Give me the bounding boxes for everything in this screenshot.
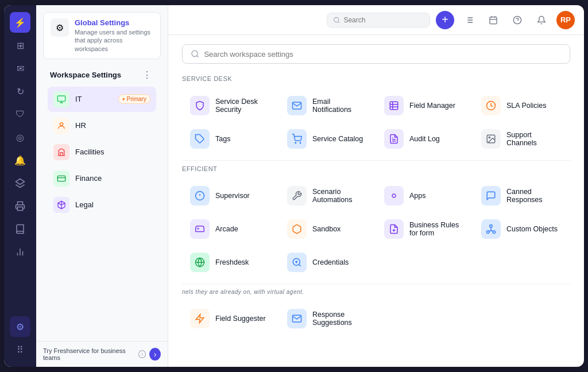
svg-point-8: [60, 123, 63, 126]
workspace-item-it[interactable]: IT ● Primary: [48, 87, 156, 112]
tags-label: Tags: [215, 135, 230, 143]
settings-item-scenario-automations[interactable]: Scenario Automations: [279, 179, 376, 212]
section-virtual-agent: nels they are already on, with virtual a…: [182, 289, 570, 335]
settings-item-arcade[interactable]: Arcade: [182, 212, 279, 246]
nav-icon-layers[interactable]: [10, 173, 30, 193]
svg-point-12: [334, 17, 339, 22]
email-notifications-icon: [287, 96, 307, 115]
list-icon-button[interactable]: [460, 11, 478, 29]
settings-item-sandbox[interactable]: Sandbox: [279, 212, 376, 246]
settings-item-field-suggester[interactable]: Field Suggester: [182, 302, 279, 335]
virtual-agent-grid: Field Suggester Response Suggestions: [182, 302, 570, 335]
supervisor-label: Supervisor: [215, 192, 250, 200]
primary-badge: ● Primary: [118, 94, 150, 104]
nav-icon-grid[interactable]: ⊞: [10, 35, 30, 56]
nav-icon-refresh[interactable]: ↻: [10, 81, 30, 102]
workspace-settings-title: Workspace Settings: [50, 71, 121, 79]
support-channels-label: Support Channels: [506, 131, 562, 147]
workspace-name-legal: Legal: [75, 200, 150, 209]
global-settings-title: Global Settings: [75, 18, 153, 27]
content-area: service desk Service Desk Security Email…: [168, 35, 584, 367]
nav-icon-lightning[interactable]: ⚡: [10, 12, 30, 33]
service-catalog-label: Service Catalog: [312, 135, 363, 143]
nav-icon-alert[interactable]: 🔔: [10, 150, 30, 170]
global-settings-description: Manage users and settings that apply acr…: [75, 28, 153, 53]
field-manager-label: Field Manager: [409, 102, 455, 110]
workspace-settings-more-button[interactable]: ⋮: [140, 68, 154, 82]
workspace-search-bar[interactable]: [182, 44, 570, 64]
settings-item-custom-objects[interactable]: Custom Objects: [473, 212, 570, 246]
workspace-icon-finance: [53, 170, 69, 187]
audit-log-icon: [384, 129, 404, 149]
top-bar: + RP: [168, 5, 584, 35]
left-nav: ⚡ ⊞ ✉ ↻ 🛡 ◎ 🔔 ⚙ ⠿: [4, 5, 36, 367]
field-manager-icon: [384, 96, 404, 115]
settings-item-freshdesk[interactable]: Freshdesk: [182, 246, 279, 279]
settings-item-service-desk-security[interactable]: Service Desk Security: [182, 89, 279, 122]
svg-line-27: [197, 56, 199, 57]
nav-icon-circle[interactable]: ◎: [10, 127, 30, 148]
settings-item-credentials[interactable]: Credentials: [279, 246, 376, 279]
efficient-grid: Supervisor Scenario Automations Apps: [182, 179, 570, 279]
business-rules-label: Business Rules for form: [409, 221, 465, 237]
info-icon[interactable]: i: [138, 350, 146, 358]
add-button[interactable]: +: [436, 11, 454, 29]
business-rules-icon: [384, 219, 404, 239]
svg-point-34: [295, 142, 296, 144]
field-suggester-label: Field Suggester: [215, 315, 266, 323]
try-freshservice-text: Try Freshservice for business teams: [43, 347, 135, 361]
settings-item-field-manager[interactable]: Field Manager: [376, 89, 473, 122]
service-desk-security-icon: [190, 96, 210, 115]
nav-icon-apps[interactable]: ⠿: [10, 339, 30, 360]
global-settings-card[interactable]: ⚙ Global Settings Manage users and setti…: [43, 12, 161, 59]
settings-item-support-channels[interactable]: Support Channels: [473, 122, 570, 156]
settings-item-business-rules[interactable]: Business Rules for form: [376, 212, 473, 246]
workspace-icon-facilities: [53, 144, 69, 160]
svg-rect-1: [18, 207, 23, 211]
apps-icon: [384, 186, 404, 206]
custom-objects-icon: [481, 219, 501, 239]
settings-item-canned-responses[interactable]: Canned Responses: [473, 179, 570, 212]
workspace-search-icon: [191, 49, 199, 59]
settings-item-response-suggestions[interactable]: Response Suggestions: [279, 302, 376, 335]
email-notifications-label: Email Notifications: [312, 98, 368, 114]
try-freshservice-button[interactable]: ›: [149, 348, 161, 361]
audit-log-label: Audit Log: [409, 135, 440, 143]
workspace-item-facilities[interactable]: Facilities: [48, 140, 156, 165]
topbar-search[interactable]: [327, 13, 430, 28]
settings-item-tags[interactable]: Tags: [182, 122, 279, 156]
user-avatar[interactable]: RP: [556, 11, 575, 29]
calendar-icon-button[interactable]: [484, 11, 502, 29]
workspace-item-finance[interactable]: Finance: [48, 166, 156, 191]
svg-rect-5: [57, 96, 65, 101]
nav-icon-print[interactable]: [10, 196, 30, 216]
settings-item-apps[interactable]: Apps: [376, 179, 473, 212]
settings-item-audit-log[interactable]: Audit Log: [376, 122, 473, 156]
help-icon-button[interactable]: [508, 11, 527, 29]
settings-item-supervisor[interactable]: Supervisor: [182, 179, 279, 212]
topbar-search-input[interactable]: [343, 16, 424, 24]
nav-icon-book[interactable]: [10, 219, 30, 239]
workspace-item-legal[interactable]: Legal: [48, 192, 156, 218]
workspace-icon-legal: [53, 197, 69, 213]
settings-item-email-notifications[interactable]: Email Notifications: [279, 89, 376, 122]
sla-policies-icon: [481, 96, 501, 115]
settings-item-service-catalog[interactable]: Service Catalog: [279, 122, 376, 156]
nav-icon-shield[interactable]: 🛡: [10, 104, 30, 125]
svg-rect-9: [57, 176, 65, 181]
notification-icon-button[interactable]: [532, 11, 551, 29]
service-desk-grid: Service Desk Security Email Notification…: [182, 89, 570, 156]
section-service-desk: service desk Service Desk Security Email…: [182, 75, 570, 156]
settings-item-sla-policies[interactable]: SLA Policies: [473, 89, 570, 122]
credentials-icon: [287, 253, 307, 272]
apps-label: Apps: [409, 192, 426, 200]
nav-icon-mail[interactable]: ✉: [10, 58, 30, 79]
nav-icon-settings[interactable]: ⚙: [10, 316, 30, 337]
workspace-item-hr[interactable]: HR: [48, 113, 156, 138]
divider-2: [182, 284, 570, 284]
supervisor-icon: [190, 186, 210, 206]
svg-point-50: [490, 225, 493, 228]
nav-icon-chart[interactable]: [10, 242, 30, 262]
arcade-label: Arcade: [215, 225, 238, 233]
workspace-search-input[interactable]: [204, 50, 562, 59]
